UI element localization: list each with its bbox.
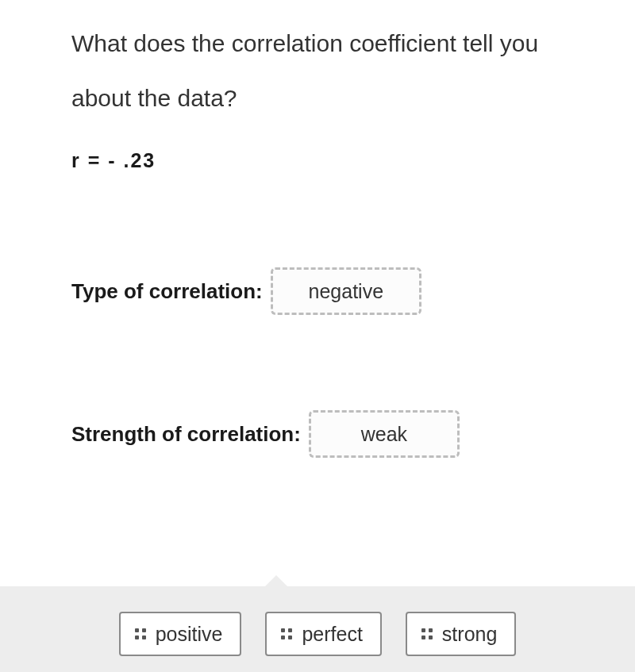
choice-perfect[interactable]: perfect xyxy=(265,612,381,656)
choice-strong[interactable]: strong xyxy=(406,612,516,656)
choice-label: strong xyxy=(442,623,497,646)
question-text: What does the correlation coefficient te… xyxy=(71,16,564,125)
choice-label: positive xyxy=(156,623,223,646)
drag-handle-icon xyxy=(421,628,433,639)
strength-dropzone[interactable]: weak xyxy=(309,410,460,458)
choice-label: perfect xyxy=(302,623,362,646)
type-dropzone[interactable]: negative xyxy=(271,267,421,315)
type-row: Type of correlation: negative xyxy=(71,267,564,315)
answer-tray: positive perfect strong xyxy=(0,586,635,672)
strength-label: Strength of correlation: xyxy=(71,422,301,447)
equation-text: r = - .23 xyxy=(71,149,564,172)
drag-handle-icon xyxy=(281,628,292,639)
type-label: Type of correlation: xyxy=(71,279,263,304)
choice-positive[interactable]: positive xyxy=(119,612,242,656)
strength-row: Strength of correlation: weak xyxy=(71,410,564,458)
drag-handle-icon xyxy=(135,628,146,639)
